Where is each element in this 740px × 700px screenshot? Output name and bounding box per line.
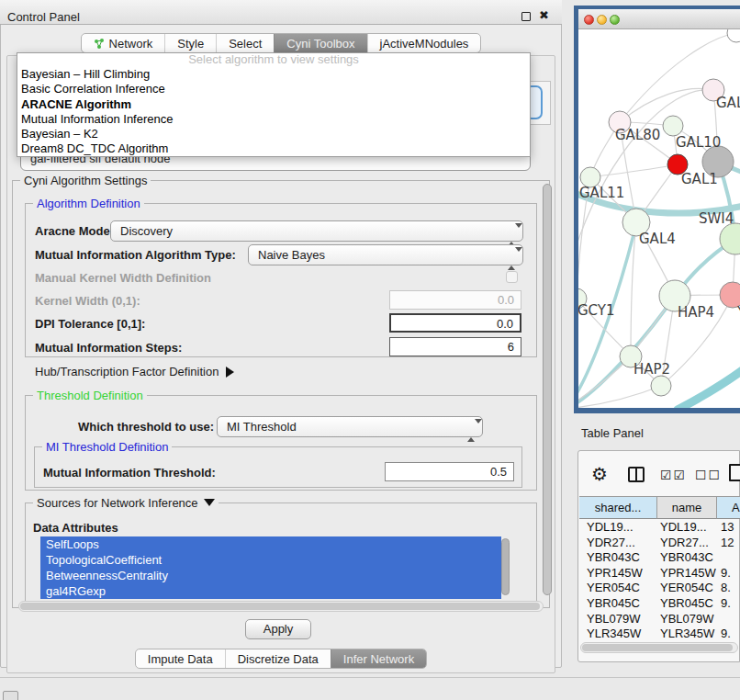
node-gal80-label: GAL80 [615,127,660,143]
node-partial-top[interactable] [727,29,740,42]
sources-legend[interactable]: Sources for Network Inference [33,496,219,510]
column-layout-icon[interactable] [628,467,645,482]
table-row[interactable]: YDL19...YDL19...13 [579,520,740,536]
bottom-tab-infer-network[interactable]: Infer Network [331,649,426,668]
algorithm-popup-item[interactable]: Bayesian – K2 [17,127,530,141]
apply-button[interactable]: Apply [245,619,311,639]
hub-factor-label: Hub/Transcription Factor Definition [35,365,219,378]
sources-legend-text: Sources for Network Inference [37,496,198,510]
algorithm-popup-item[interactable]: Mutual Information Inference [17,112,530,127]
cell-name: YER054C [657,581,717,596]
mi-type-combobox[interactable]: Naive Bayes [248,244,523,265]
select-all-checkboxes-icon[interactable]: ☑☑ [660,468,687,482]
cell-value: 13 [717,520,734,536]
aracne-mode-value: Discovery [120,224,173,238]
tab-network[interactable]: Network [82,34,165,52]
minimize-window-button[interactable] [597,15,607,25]
close-window-button[interactable] [584,15,594,25]
network-icon [94,38,105,49]
node-y-label: Y [736,304,740,321]
bottom-tab-discretize-data[interactable]: Discretize Data [225,649,331,668]
tab-style[interactable]: Style [164,34,216,52]
table-row[interactable]: YBR043CYBR043C [579,550,740,566]
node-gal10[interactable] [663,116,683,136]
node-partial-bottom[interactable] [651,376,671,396]
bottom-tab-label: Infer Network [343,652,414,666]
algorithm-popup-item[interactable]: ARACNE Algorithm [17,97,530,112]
table-row[interactable]: YBR045CYBR045C9. [579,596,740,612]
node-gal10-label: GAL10 [676,134,721,151]
table-row[interactable]: YLR345WYLR345W9. [579,627,740,642]
combo-arrows-icon [508,249,516,268]
table-row[interactable]: YDR27...YDR27...12 [579,536,740,551]
tab-jactivemnodules[interactable]: jActiveMNodules [367,34,481,52]
node-gcy1-label: GCY1 [578,302,615,319]
dpi-tolerance-field[interactable]: 0.0 [389,313,521,333]
tab-label: Network [109,37,153,51]
table-row[interactable]: YPR145WYPR145W9. [579,566,740,581]
table-panel-title: Table Panel [581,426,644,440]
data-attribute-item[interactable]: TopologicalCoefficient [40,552,501,568]
kernel-width-field[interactable]: 0.0 [389,290,521,310]
tab-select[interactable]: Select [216,34,274,52]
cell-value: 9. [717,596,731,612]
cyni-settings-legend: Cyni Algorithm Settings [20,174,151,187]
table-row[interactable]: YER054CYER054C8. [579,581,740,596]
mi-threshold-legend: MI Threshold Definition [42,440,172,454]
aracne-mode-combobox[interactable]: Discovery [110,220,523,242]
manual-kernel-checkbox[interactable] [506,271,518,283]
cell-shared-name: YER054C [579,581,657,596]
data-attributes-list: SelfLoopsTopologicalCoefficientBetweenne… [40,536,501,599]
mi-steps-field[interactable]: 6 [389,337,521,356]
data-attribute-item[interactable]: gal4RGexp [40,583,501,599]
algorithm-popup-item[interactable]: Dream8 DC_TDC Algorithm [17,141,530,156]
document-icon[interactable] [729,464,740,481]
settings-horizontal-scrollbar[interactable] [18,601,544,612]
zoom-window-button[interactable] [610,15,620,25]
minimized-panel-button[interactable] [3,691,18,700]
collapsed-arrow-icon [226,367,234,378]
bottom-tab-impute-data[interactable]: Impute Data [136,649,225,668]
cell-name: YLR345W [657,627,717,642]
cell-value: 9. [717,566,731,581]
which-threshold-label: Which threshold to use: [78,420,214,434]
hub-factor-section-toggle[interactable]: Hub/Transcription Factor Definition [35,365,234,378]
manual-kernel-label: Manual Kernel Width Definition [35,271,211,285]
attributes-list-scrollbar[interactable] [501,538,510,595]
which-threshold-combobox[interactable]: MI Threshold [217,416,483,437]
dpi-tolerance-label: DPI Tolerance [0,1]: [35,317,145,331]
tab-label: jActiveMNodules [380,37,469,51]
data-attribute-item[interactable]: SelfLoops [40,536,501,552]
network-canvas[interactable]: GALGAL80GAL10GAL1GAL11GAL4SWI4GCY1HAP4YH… [578,29,740,408]
kernel-width-label: Kernel Width (0,1): [35,294,140,308]
algorithm-popup-item[interactable]: Bayesian – Hill Climbing [17,67,530,82]
bottom-tab-row: Impute DataDiscretize DataInfer Network [0,649,562,669]
column-header-name[interactable]: name [657,496,717,519]
algorithm-popup-item[interactable]: Basic Correlation Inference [17,82,530,96]
control-panel-tabs: NetworkStyleSelectCyni ToolboxjActiveMNo… [81,33,482,53]
tab-cyni-toolbox[interactable]: Cyni Toolbox [274,34,366,52]
gear-icon[interactable]: ⚙ [591,463,608,485]
algorithm-dropdown-popup: Select algorithm to view settings Bayesi… [17,52,531,157]
bottom-tab-label: Impute Data [148,652,213,666]
settings-vertical-scrollbar[interactable] [543,184,552,595]
deselect-all-checkboxes-icon[interactable]: ☐☐ [695,468,722,482]
data-attribute-item[interactable]: BetweennessCentrality [40,568,501,583]
table-row[interactable]: YBL079WYBL079W [579,612,740,627]
node-gal-pink-label: GAL [716,95,740,111]
node-hap2-label: HAP2 [633,361,670,378]
cell-value: 9. [717,627,731,642]
close-panel-icon[interactable]: ✖ [539,8,549,22]
bottom-tabs: Impute DataDiscretize DataInfer Network [135,649,427,669]
cell-value [717,612,721,627]
cell-value: 12 [717,536,734,551]
column-header-shared-name[interactable]: shared... [579,496,657,519]
column-header-clipped[interactable]: A [717,496,740,519]
float-window-icon[interactable] [521,12,531,21]
cell-value [717,550,721,566]
table-horizontal-scrollbar[interactable] [580,642,738,653]
cell-shared-name: YBL079W [579,612,657,627]
cell-name: YDR27... [657,536,717,551]
app-root: Control Panel ✖ NetworkStyleSelectCyni T… [0,0,740,700]
mi-threshold-field[interactable]: 0.5 [385,462,514,481]
